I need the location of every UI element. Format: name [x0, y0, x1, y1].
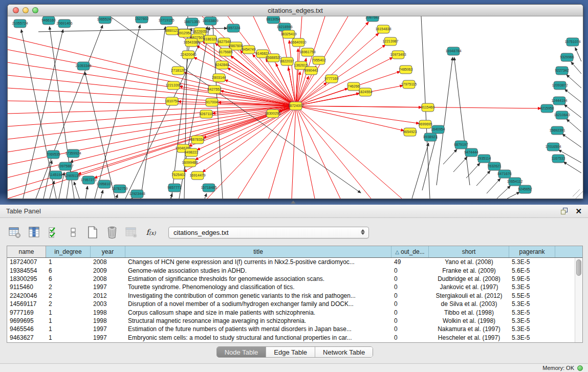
new-table-button[interactable] — [86, 226, 99, 239]
graph-node-yellow[interactable]: 8860123 — [165, 27, 179, 35]
graph-node-teal[interactable]: 16210643 — [554, 111, 570, 119]
citation-edge-black[interactable] — [487, 179, 500, 193]
graph-node-teal[interactable]: 12444194 — [551, 97, 567, 105]
function-builder-button[interactable]: f(x) — [145, 226, 157, 239]
graph-node-teal[interactable]: 12923448 — [129, 190, 145, 198]
splitter-grip[interactable] — [291, 201, 296, 204]
graph-node-teal[interactable]: 21055724 — [12, 19, 28, 28]
graph-node-teal[interactable]: 9857771 — [167, 184, 181, 192]
table-row[interactable]: 1456911722003Disruption of a novel membe… — [7, 300, 575, 308]
citation-edge-red[interactable] — [296, 106, 404, 130]
float-panel-icon[interactable] — [561, 208, 568, 214]
graph-node-yellow[interactable]: 18300295 — [265, 110, 280, 118]
citation-edge-black[interactable] — [562, 134, 581, 147]
table-selector-dropdown[interactable]: citations_edges.txt — [168, 227, 369, 238]
graph-node-teal[interactable]: 16948784 — [445, 47, 461, 55]
graph-node-yellow[interactable]: 16914479 — [189, 171, 205, 180]
network-canvas[interactable]: 2105572494661602069140610655247152760210… — [8, 16, 583, 199]
table-panel-header[interactable]: Table Panel ✕ — [0, 205, 588, 218]
graph-node-teal[interactable]: 7632621 — [487, 162, 501, 170]
citation-edge-red[interactable] — [203, 106, 296, 172]
graph-node-yellow[interactable]: 8822037 — [280, 57, 294, 65]
graph-node-yellow[interactable]: 22420046 — [180, 51, 196, 59]
table-row[interactable]: 1830029562008Estimation of significance … — [7, 275, 575, 283]
vertical-scrollbar[interactable] — [575, 258, 582, 342]
citation-edge-black[interactable] — [422, 136, 437, 190]
graph-node-yellow[interactable]: 12213399 — [165, 81, 181, 90]
graph-node-teal[interactable]: 8813054 — [266, 16, 280, 24]
graph-node-teal[interactable]: 17957273 — [80, 176, 96, 184]
citation-edge-red[interactable] — [8, 62, 296, 106]
citation-edge-red[interactable] — [296, 106, 541, 108]
tab-network-table[interactable]: Network Table — [315, 347, 373, 357]
scrollbar-thumb[interactable] — [576, 259, 581, 276]
graph-node-teal[interactable]: 2069535 — [46, 150, 60, 159]
citation-edge-red[interactable] — [238, 106, 296, 199]
graph-node-teal[interactable]: 9245652 — [518, 185, 532, 193]
graph-node-yellow[interactable]: 8186328 — [203, 35, 217, 43]
citation-edge-black[interactable] — [141, 27, 165, 199]
graph-node-teal[interactable]: 21053346 — [75, 62, 91, 70]
citation-edge-red[interactable] — [292, 106, 296, 199]
citation-edge-black[interactable] — [443, 149, 457, 164]
graph-node-teal[interactable]: 12905135 — [64, 172, 80, 180]
graph-node-yellow[interactable]: 12213987 — [382, 37, 398, 46]
column-header-short[interactable]: short — [429, 246, 509, 257]
graph-node-yellow[interactable]: 9699695 — [418, 120, 432, 128]
delete-column-button[interactable] — [106, 226, 118, 239]
graph-node-yellow[interactable]: 16961758 — [299, 48, 315, 56]
close-panel-icon[interactable]: ✕ — [575, 207, 582, 215]
citation-edge-black[interactable] — [466, 163, 480, 178]
graph-node-yellow[interactable]: 7955402 — [312, 56, 325, 64]
graph-node-teal[interactable]: 2087682 — [365, 16, 379, 21]
graph-node-teal[interactable]: 15751074 — [564, 38, 580, 46]
citation-edge-black[interactable] — [437, 57, 453, 185]
graph-node-teal[interactable]: 17359924 — [65, 149, 81, 158]
graph-node-yellow[interactable]: 15688520 — [265, 54, 281, 62]
column-header-out_degree[interactable]: △out_de... — [391, 246, 429, 257]
graph-node-teal[interactable]: 16033809 — [202, 17, 218, 25]
graph-node-yellow[interactable]: 917004 — [206, 98, 218, 106]
citation-edge-black[interactable] — [412, 143, 429, 199]
graph-node-teal[interactable]: 1167533 — [552, 155, 565, 163]
graph-node-yellow[interactable]: 16640910 — [290, 38, 306, 47]
graph-node-teal[interactable]: 1145194 — [49, 171, 63, 179]
graph-node-teal[interactable]: 8471676 — [497, 170, 511, 178]
graph-node-yellow[interactable]: 18724007 — [288, 102, 303, 110]
graph-node-teal[interactable]: 10958107 — [96, 180, 112, 188]
citation-edge-black[interactable] — [453, 157, 467, 172]
graph-node-yellow[interactable]: 1824554 — [358, 88, 372, 96]
citation-edge-red[interactable] — [289, 40, 296, 106]
citation-edge-red[interactable] — [296, 106, 419, 123]
graph-node-teal[interactable]: 8938923 — [423, 133, 437, 141]
graph-node-teal[interactable]: 12093872 — [552, 81, 568, 90]
table-row[interactable]: 1938455462009Genome-wide association stu… — [7, 266, 575, 274]
graph-node-teal[interactable]: 1527602 — [135, 16, 148, 23]
table-row[interactable]: 969969511998Structural magnetic resonanc… — [7, 317, 575, 325]
graph-node-yellow[interactable]: 8878334 — [190, 136, 204, 144]
graph-node-yellow[interactable]: 16099488 — [182, 159, 198, 167]
table-row[interactable]: 1872400712008Changes of HCN gene express… — [7, 258, 575, 266]
column-header-name[interactable]: name — [7, 246, 46, 257]
close-window-button[interactable] — [13, 7, 19, 13]
citation-edge-red[interactable] — [296, 57, 393, 106]
tab-node-table[interactable]: Node Table — [217, 347, 267, 357]
graph-node-teal[interactable]: 15718485 — [201, 184, 216, 192]
citation-edge-black[interactable] — [101, 190, 103, 199]
graph-node-teal[interactable]: 10655247 — [97, 16, 113, 24]
window-titlebar[interactable]: citations_edges.txt — [8, 5, 583, 16]
citation-edge-black[interactable] — [95, 25, 140, 199]
graph-node-yellow[interactable]: 16543382 — [183, 38, 199, 47]
citation-edge-black[interactable] — [563, 162, 581, 173]
graph-node-yellow[interactable]: 7625402 — [171, 171, 185, 179]
row-select-button[interactable] — [48, 226, 60, 239]
graph-node-teal[interactable]: 6879197 — [454, 141, 468, 149]
graph-node-teal[interactable]: 10654112 — [507, 178, 523, 186]
graph-node-teal[interactable]: 10719155 — [158, 16, 174, 25]
table-row[interactable]: 2242004622012Investigating the contribut… — [7, 292, 575, 300]
citation-edge-black[interactable] — [476, 171, 490, 186]
graph-node-yellow[interactable]: 2718120 — [171, 67, 185, 75]
graph-node-yellow[interactable]: 9990443 — [304, 67, 318, 75]
citation-edge-black[interactable] — [74, 182, 79, 199]
network-view-window[interactable]: citations_edges.txt 21055724946616020691… — [7, 4, 583, 199]
